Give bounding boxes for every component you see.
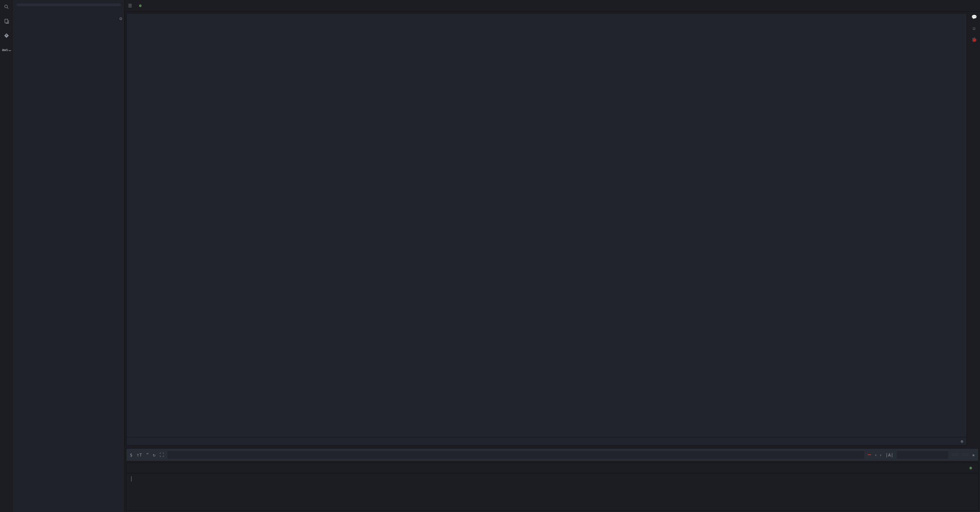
- gear-icon[interactable]: ⚙: [961, 439, 963, 444]
- activity-bar: aws⌣: [0, 0, 13, 512]
- word-icon[interactable]: |A|: [886, 452, 893, 458]
- replace-all-button[interactable]: [962, 453, 969, 456]
- files-icon[interactable]: [3, 18, 10, 25]
- line-gutter: [127, 16, 144, 437]
- dollar-icon[interactable]: $: [130, 452, 132, 458]
- file-tree-sidebar: ⚙: [13, 0, 125, 512]
- find-next-icon[interactable]: ›: [879, 452, 882, 458]
- bug-icon[interactable]: 🐞: [971, 37, 977, 42]
- goto-anything[interactable]: [16, 3, 121, 6]
- plus-icon[interactable]: ⊕: [969, 466, 972, 471]
- search-icon[interactable]: [3, 3, 10, 10]
- quote-icon[interactable]: ❞: [146, 452, 149, 458]
- extra-icon[interactable]: ▪: [972, 452, 975, 458]
- editor-tabs: ☰ ⊕: [125, 0, 980, 12]
- git-icon[interactable]: [3, 32, 10, 39]
- gear-icon[interactable]: ⚙: [119, 16, 122, 21]
- find-replace-bar: $ тT ❞ ↻ ⛶ ‹ › |A| ▪: [126, 448, 978, 461]
- bottom-panel: ⊕: [126, 463, 978, 510]
- find-input[interactable]: [167, 451, 864, 459]
- fullscreen-icon[interactable]: ⛶: [159, 452, 164, 458]
- status-bar: ⚙: [127, 437, 967, 445]
- find-prev-icon[interactable]: ‹: [875, 452, 877, 458]
- replace-button[interactable]: [951, 453, 958, 456]
- aws-icon[interactable]: aws⌣: [3, 46, 10, 53]
- svg-line-1: [7, 8, 8, 9]
- replace-input[interactable]: [897, 451, 948, 459]
- case-icon[interactable]: тT: [137, 452, 142, 458]
- svg-point-0: [5, 5, 8, 8]
- menu-icon[interactable]: ☰: [125, 0, 135, 11]
- code-editor[interactable]: [144, 16, 967, 437]
- repl-output[interactable]: [126, 473, 978, 510]
- checklist-icon[interactable]: ☑: [973, 26, 975, 31]
- sync-icon[interactable]: ↻: [153, 452, 156, 458]
- comment-icon[interactable]: 💬: [971, 14, 977, 19]
- svg-rect-2: [5, 19, 8, 23]
- right-toolstrip: 💬 ☑ 🐞: [968, 12, 980, 447]
- editor-area: ☰ ⊕ ⚙ 💬 ☑ 🐞 $ тT ❞ ↻: [125, 0, 980, 512]
- new-tab-button[interactable]: ⊕: [135, 0, 145, 11]
- find-count-badge: [868, 455, 871, 455]
